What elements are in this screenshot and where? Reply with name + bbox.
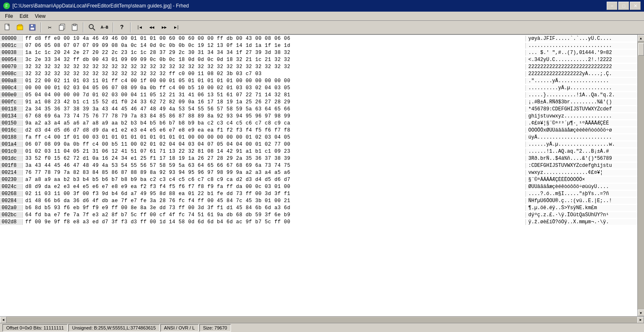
svg-rect-7: [30, 27, 34, 30]
hex-row[interactable]: 00134 67 68 69 6a 73 74 75 76 77 78 79 7…: [0, 112, 637, 120]
hex-row[interactable]: 00188 fa ff c4 00 1f 01 00 03 01 01 01 0…: [0, 134, 637, 141]
hex-offset: 000a8: [0, 78, 23, 84]
menu-view[interactable]: View: [32, 12, 49, 20]
open-button[interactable]: [14, 22, 26, 33]
close-button[interactable]: ✕: [630, 2, 641, 10]
hex-row[interactable]: 002bc 64 fd ba e7 fe 7a 7f e3 a2 8f b7 5…: [0, 211, 637, 218]
hex-row[interactable]: 00230 a7 a8 a9 aa b2 b3 b4 b5 b6 b7 b8 b…: [0, 176, 637, 183]
hex-ascii: <.342yÛ.C...........2!.!2222: [525, 57, 637, 63]
hex-bytes: 33 52 f0 15 62 72 d1 0a 16 24 34 e1 25 f…: [23, 156, 525, 161]
hex-ascii: ghijstuvwxyz................: [525, 113, 637, 119]
hex-bytes: 00 00 00 01 02 03 04 05 06 07 08 09 0a 0…: [23, 85, 525, 91]
svg-rect-3: [17, 26, 23, 30]
hex-row[interactable]: 001f8 3a 43 44 45 46 47 48 49 4a 53 54 5…: [0, 162, 637, 169]
hex-bytes: 32 32 32 32 32 32 32 32 32 32 32 32 32 3…: [23, 71, 525, 77]
hex-row[interactable]: 00070 32 32 32 32 32 32 32 32 32 32 32 3…: [0, 63, 637, 70]
hscroll-right-button[interactable]: ▶: [637, 317, 644, 323]
hex-bytes: d8 d9 da e2 e3 e4 e5 e6 e7 e8 e9 ea f2 f…: [23, 184, 525, 190]
hex-bytes: b6 8d b5 93 f6 eb 9f f9 e9 ff 00 8e 8a 3…: [23, 205, 525, 211]
hex-offset: 0016c: [0, 127, 23, 133]
help-button[interactable]: ?: [116, 22, 128, 33]
size-display: Size: 79670: [199, 324, 231, 332]
hex-row[interactable]: 000c4 00 00 00 01 02 03 04 05 06 07 08 0…: [0, 84, 637, 91]
status-bar: Offset 0=0x0 Bits: 11111111 Unsigned: B:…: [0, 323, 644, 332]
hex-ascii: dýºç.z.£.·\ÿ.ÏOütQaŠÛhÛY?n¹: [525, 212, 637, 218]
hex-offset: 00214: [0, 170, 23, 176]
hex-row[interactable]: 002d8 ff 00 9e 9f f8 e8 a3 ed d7 3f f3 d…: [0, 218, 637, 225]
hex-ascii: úyÄ.........................: [525, 134, 637, 140]
hex-ascii: ......!1..AQ.aq."2...B¡±Á.#: [525, 149, 637, 154]
hex-offset: 0008c: [0, 71, 23, 77]
hex-row[interactable]: 0024c d8 d9 da e2 e3 e4 e5 e6 e7 e8 e9 e…: [0, 183, 637, 190]
title-left: F [C:\Users\Batman\AppData\Local\FreeEdi…: [3, 2, 189, 9]
hex-offset: 002a0: [0, 205, 23, 211]
scroll-down-button[interactable]: ▼: [638, 310, 644, 316]
hex-row[interactable]: 00118 2a 34 35 36 37 38 39 3a 43 44 45 4…: [0, 105, 637, 112]
hex-view: 00000 ff d8 ff e0 00 10 4a 46 49 46 00 0…: [0, 35, 637, 316]
hex-ascii: .¢£¤¥¦§¨©ª²³´µ¶·¸¹ºÂÃÄÅÆÇÈÉ: [525, 120, 637, 126]
svg-rect-9: [59, 25, 63, 30]
last-button[interactable]: ▶|: [171, 22, 182, 33]
cut-button[interactable]: ✂: [44, 22, 56, 33]
hex-row[interactable]: 0001c 07 06 05 08 07 07 07 09 09 08 0a 0…: [0, 42, 637, 49]
paste-button[interactable]: [69, 22, 80, 33]
hex-row[interactable]: 001dc 33 52 f0 15 62 72 d1 0a 16 24 34 e…: [0, 155, 637, 162]
unsigned-display: Unsigned: B:255,W:55551,L:3774863615: [68, 324, 160, 332]
save-button[interactable]: [27, 22, 38, 33]
hex-row[interactable]: 001c0 01 02 03 11 04 05 21 31 06 12 41 5…: [0, 148, 637, 155]
hex-offset: 00038: [0, 50, 23, 56]
hex-row[interactable]: 00268 02 11 03 11 00 3f 00 f3 9d b4 6d a…: [0, 190, 637, 197]
hex-row[interactable]: 00000 ff d8 ff e0 00 10 4a 46 49 46 00 0…: [0, 35, 637, 42]
hex-row[interactable]: 00038 1a 1c 1c 20 24 2e 27 20 22 2c 23 1…: [0, 49, 637, 56]
hex-row[interactable]: 001a4 06 07 08 09 0a 0b ff c4 00 b5 11 0…: [0, 141, 637, 148]
hex-ascii: ............................: [525, 43, 637, 49]
hex-offset: 00054: [0, 57, 23, 63]
hex-bytes: d2 d3 d4 d5 d6 d7 d8 d9 da e1 e2 e3 e4 e…: [23, 127, 525, 133]
find-button[interactable]: [86, 22, 98, 33]
hex-bytes: 01 02 03 11 04 05 21 31 06 12 41 51 07 6…: [23, 149, 525, 154]
hex-bytes: ff 00 9e 9f f8 e8 a3 ed d7 3f f3 d3 ff 0…: [23, 219, 525, 225]
scrollbar: ▲ ▼: [637, 35, 644, 316]
menu-file[interactable]: File: [2, 12, 16, 20]
next-button[interactable]: ▶▶: [158, 22, 170, 33]
hex-row[interactable]: 00150 9a a2 a3 a4 a5 a6 a7 a8 a9 aa b2 b…: [0, 120, 637, 127]
hex-offset: 001c0: [0, 149, 23, 154]
hex-ascii: ÑHfµÚ6ÖOÛ®.ç..:(vü..E.|E;..!: [525, 198, 637, 204]
menu-edit[interactable]: Edit: [16, 12, 32, 20]
scroll-thumb[interactable]: [638, 43, 644, 56]
new-button[interactable]: [2, 22, 13, 33]
scroll-track[interactable]: [638, 42, 644, 310]
hscroll-track[interactable]: [7, 317, 637, 323]
hex-row[interactable]: 000fc 91 a1 08 23 42 b1 c1 15 52 d1 f0 2…: [0, 98, 637, 105]
hex-ascii: ØÙÚâãäåæçèéêòóôõö÷øùúyÚ....: [525, 184, 637, 190]
minimize-button[interactable]: −: [607, 2, 617, 10]
hex-offset: 002d8: [0, 219, 23, 225]
hex-ascii: :CDEFGHIJSTUVWXYZcdefghijstu: [525, 163, 637, 168]
copy-button[interactable]: [56, 22, 68, 33]
hex-row[interactable]: 000e0 05 04 04 00 00 00 7d 01 02 03 00 0…: [0, 91, 637, 98]
sep1: [41, 22, 41, 32]
hex-offset: 00230: [0, 177, 23, 183]
replace-button[interactable]: A↔B: [99, 22, 110, 33]
hex-bytes: 91 a1 08 23 42 b1 c1 15 52 d1 f0 24 33 6…: [23, 99, 525, 105]
first-button[interactable]: |◀: [134, 22, 145, 33]
hex-row[interactable]: 00284 d1 48 66 b6 da 36 d6 4f db ae 7f e…: [0, 197, 637, 204]
hex-bytes: ff d8 ff e0 00 10 4a 46 49 46 00 01 01 0…: [23, 36, 525, 42]
hex-bytes: d1 48 66 b6 da 36 d6 4f db ae 7f e7 fe 3…: [23, 198, 525, 204]
hex-row[interactable]: 0016c d2 d3 d4 d5 d6 d7 d8 d9 da e1 e2 e…: [0, 127, 637, 134]
hex-row[interactable]: 0008c 32 32 32 32 32 32 32 32 32 32 32 3…: [0, 70, 637, 77]
hex-bytes: 3a 43 44 45 46 47 48 49 4a 53 54 55 56 5…: [23, 163, 525, 168]
hex-row[interactable]: 00214 76 77 78 79 7a 82 83 84 85 86 87 8…: [0, 169, 637, 176]
hex-offset: 001a4: [0, 142, 23, 147]
hex-offset: 002bc: [0, 212, 23, 218]
hex-row[interactable]: 00054 3c 2e 33 34 32 ff db 00 43 01 09 0…: [0, 56, 637, 63]
hex-row[interactable]: 000a8 01 22 00 02 11 01 03 11 01 ff c4 0…: [0, 77, 637, 84]
hex-offset: 001dc: [0, 156, 23, 161]
hex-offset: 00188: [0, 134, 23, 140]
prev-button[interactable]: ◀◀: [146, 22, 158, 33]
hex-row[interactable]: 002a0 b6 8d b5 93 f6 eb 9f f9 e9 ff 00 8…: [0, 204, 637, 211]
scroll-up-button[interactable]: ▲: [638, 35, 644, 42]
maximize-button[interactable]: □: [618, 2, 629, 10]
hscroll-left-button[interactable]: ◀: [0, 317, 7, 323]
hex-offset: 00134: [0, 113, 23, 119]
